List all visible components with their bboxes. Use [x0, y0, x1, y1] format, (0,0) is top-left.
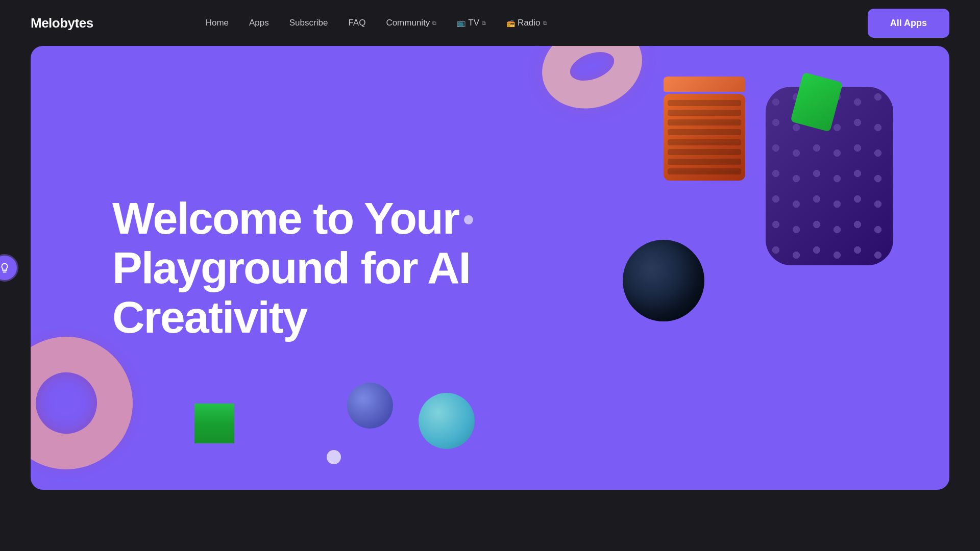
nav-item-home[interactable]: Home [206, 18, 229, 28]
nav-link-home[interactable]: Home [206, 18, 229, 28]
cylinder-body [664, 94, 745, 181]
decoration-pink-torus-left [31, 337, 143, 480]
nav-link-radio[interactable]: 📻 Radio ⧉ [506, 18, 547, 28]
lightbulb-icon [0, 262, 10, 273]
decoration-blue-sphere [347, 383, 393, 429]
navbar: Melobytes Home Apps Subscribe FAQ Commun… [0, 0, 980, 46]
nav-link-tv[interactable]: 📺 TV ⧉ [457, 18, 486, 28]
external-link-icon-radio: ⧉ [543, 20, 547, 27]
nav-cta: All Apps [868, 9, 949, 38]
tv-emoji-icon: 📺 [457, 19, 465, 27]
decoration-orange-cylinder [664, 77, 755, 179]
hero-dot-decoration [464, 215, 473, 224]
diamond-shape [175, 384, 254, 463]
all-apps-button[interactable]: All Apps [868, 9, 949, 38]
nav-item-apps[interactable]: Apps [249, 18, 269, 28]
nav-links: Home Apps Subscribe FAQ Community ⧉ 📺 TV… [206, 18, 547, 28]
nav-link-faq[interactable]: FAQ [348, 18, 365, 28]
hero-title-line3: Creativity [112, 291, 307, 342]
hero-title: Welcome to Your Playground for AI Creati… [112, 194, 473, 342]
nav-item-radio[interactable]: 📻 Radio ⧉ [506, 18, 547, 28]
decoration-pink-torus-top [541, 46, 653, 117]
radio-emoji-icon: 📻 [506, 19, 515, 27]
nav-link-community[interactable]: Community ⧉ [386, 18, 436, 28]
hero-title-line2: Playground for AI [112, 242, 470, 293]
brand-logo[interactable]: Melobytes [31, 15, 93, 31]
side-lightbulb-button[interactable] [0, 254, 18, 282]
cylinder-ribs [664, 94, 745, 181]
decoration-green-diamond [179, 388, 250, 459]
hero-text-block: Welcome to Your Playground for AI Creati… [112, 194, 473, 342]
external-link-icon: ⧉ [432, 20, 436, 27]
decoration-lightblue-circle [419, 393, 475, 449]
decoration-dark-ball [623, 240, 704, 321]
nav-item-faq[interactable]: FAQ [348, 18, 365, 28]
torus-pink-ring [530, 46, 654, 122]
hero-wrapper: Welcome to Your Playground for AI Creati… [0, 46, 980, 490]
external-link-icon-tv: ⧉ [482, 20, 486, 27]
nav-item-community[interactable]: Community ⧉ [386, 18, 436, 28]
hero-section: Welcome to Your Playground for AI Creati… [31, 46, 949, 490]
decoration-white-dot [327, 450, 341, 464]
nav-item-subscribe[interactable]: Subscribe [289, 18, 328, 28]
hero-title-line1: Welcome to Your [112, 193, 459, 243]
nav-item-tv[interactable]: 📺 TV ⧉ [457, 18, 486, 28]
decoration-purple-spiky-cylinder [766, 87, 909, 281]
nav-link-subscribe[interactable]: Subscribe [289, 18, 328, 28]
nav-link-apps[interactable]: Apps [249, 18, 269, 28]
cylinder-top [664, 77, 745, 92]
